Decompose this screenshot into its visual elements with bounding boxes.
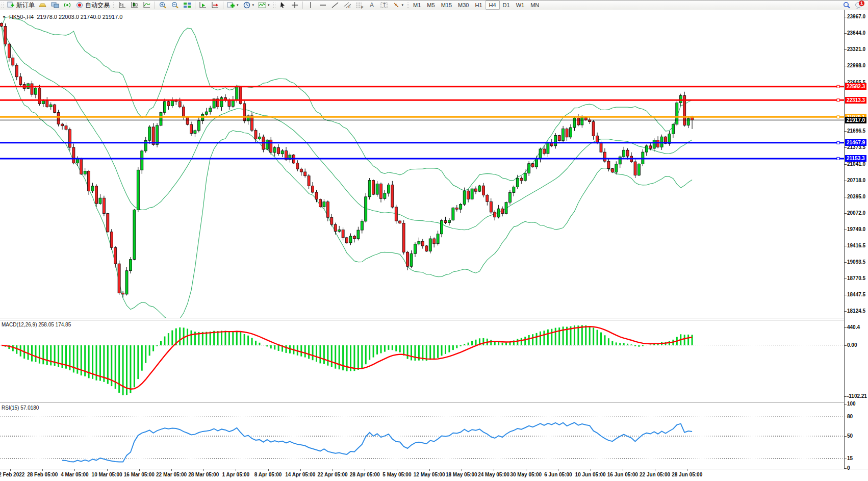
timeframe-h1-button[interactable]: H1 bbox=[472, 1, 485, 9]
equidistant-channel-button[interactable]: E bbox=[341, 1, 353, 9]
trendline-button[interactable] bbox=[329, 1, 341, 9]
periods-caret-icon[interactable]: ▾ bbox=[252, 3, 254, 7]
candle-body bbox=[687, 118, 690, 125]
toolbar-grip[interactable] bbox=[273, 2, 275, 8]
gold-ingot-button[interactable] bbox=[37, 1, 49, 9]
price-axis[interactable]: 23967.023644.023321.022998.022665.521696… bbox=[844, 10, 868, 469]
templates-button[interactable]: ▾ bbox=[256, 1, 272, 9]
candlestick-chart[interactable] bbox=[0, 10, 844, 318]
candle-body bbox=[57, 113, 60, 124]
timeframe-h4-button[interactable]: H4 bbox=[486, 1, 500, 10]
candle-body bbox=[357, 230, 360, 239]
candle-body bbox=[296, 163, 299, 169]
zoom-in-icon bbox=[159, 2, 167, 9]
price-tick: 18447.5 bbox=[847, 292, 865, 297]
candle-body bbox=[535, 159, 538, 167]
timeframe-m5-button[interactable]: M5 bbox=[424, 1, 438, 9]
crosshair-button[interactable] bbox=[289, 1, 301, 9]
price-tick: 23967.0 bbox=[847, 14, 865, 19]
support-line-2-handle[interactable] bbox=[837, 157, 839, 160]
fibonacci-button[interactable]: F bbox=[353, 1, 366, 9]
candle-body bbox=[380, 184, 382, 199]
timeframe-mn-button[interactable]: MN bbox=[527, 1, 542, 9]
signal-button[interactable] bbox=[61, 1, 73, 9]
zoom-out-button[interactable] bbox=[169, 1, 181, 9]
pivot-line-handle[interactable] bbox=[837, 116, 839, 118]
timeframe-m15-button[interactable]: M15 bbox=[438, 1, 455, 9]
periods-button[interactable]: ▾ bbox=[241, 1, 257, 9]
candle-body bbox=[197, 121, 200, 131]
auto-scroll-button[interactable] bbox=[197, 1, 209, 9]
equidistant-channel-icon: E bbox=[343, 2, 351, 9]
candle-body bbox=[342, 230, 344, 238]
zoom-in-button[interactable] bbox=[157, 1, 169, 9]
tick-mark bbox=[845, 17, 847, 17]
main-chart-panel[interactable]: ▼ HK50-,H4 21978.0 22003.0 21740.0 21917… bbox=[0, 10, 868, 318]
search-icon[interactable] bbox=[843, 2, 851, 9]
new-order-button[interactable]: 新订单 bbox=[5, 1, 37, 9]
line-chart-button[interactable] bbox=[141, 1, 153, 9]
toolbar-grip[interactable] bbox=[1, 2, 4, 8]
time-tick bbox=[655, 469, 655, 471]
cursor-button[interactable] bbox=[276, 1, 289, 9]
tick-mark bbox=[845, 295, 847, 295]
candle-body bbox=[80, 159, 83, 174]
templates-caret-icon[interactable]: ▾ bbox=[268, 3, 270, 7]
candle-body bbox=[171, 100, 173, 106]
candle-body bbox=[114, 247, 117, 264]
resistance-line-1-handle[interactable] bbox=[837, 85, 839, 88]
rsi-axis-15: 15 bbox=[847, 455, 853, 461]
time-tick bbox=[494, 469, 494, 471]
candle-body bbox=[160, 112, 162, 125]
arrows-button[interactable]: ▾ bbox=[390, 1, 406, 9]
candle-body bbox=[581, 118, 583, 125]
bar-chart-button[interactable] bbox=[116, 1, 129, 9]
resistance-line-2-handle[interactable] bbox=[837, 99, 839, 102]
candle-body bbox=[486, 195, 489, 202]
candle-body bbox=[391, 185, 394, 207]
rsi-panel[interactable]: RSI(15) 57.0180 bbox=[0, 403, 868, 469]
candle-body bbox=[679, 95, 682, 103]
candle-body bbox=[312, 186, 314, 193]
price-tick: 21696.5 bbox=[847, 128, 865, 134]
horizontal-line-button[interactable] bbox=[317, 1, 329, 9]
indicators-caret-icon[interactable]: ▾ bbox=[237, 3, 239, 7]
candle-body bbox=[467, 191, 470, 199]
horizontal-line-icon bbox=[319, 2, 327, 9]
timeframe-m1-button[interactable]: M1 bbox=[410, 1, 424, 9]
timeframe-w1-button[interactable]: W1 bbox=[513, 1, 528, 9]
candle-body bbox=[133, 210, 136, 259]
candle-body bbox=[365, 197, 367, 221]
indicators-button[interactable]: ▾ bbox=[225, 1, 241, 9]
auto-trading-button[interactable]: 自动交易 bbox=[73, 1, 112, 9]
text-button[interactable]: A bbox=[366, 1, 378, 9]
support-line-1-handle[interactable] bbox=[837, 141, 839, 144]
market-watch-button[interactable] bbox=[49, 1, 61, 9]
price-tick: 23321.0 bbox=[847, 46, 865, 52]
vertical-line-button[interactable] bbox=[304, 1, 317, 9]
toolbar-grip[interactable] bbox=[113, 2, 115, 8]
timeframe-m30-button[interactable]: M30 bbox=[455, 1, 472, 9]
tile-windows-button[interactable] bbox=[181, 1, 193, 9]
candle-body bbox=[418, 241, 420, 244]
chart-shift-button[interactable] bbox=[209, 1, 221, 9]
chevron-down-icon[interactable]: ▼ bbox=[2, 15, 6, 19]
candle-body bbox=[99, 198, 101, 204]
arrows-caret-icon[interactable]: ▾ bbox=[402, 3, 404, 7]
time-label: 10 Jun 05:00 bbox=[575, 472, 606, 477]
timeframe-d1-button[interactable]: D1 bbox=[500, 1, 513, 9]
chat-icon[interactable]: 1 bbox=[855, 2, 863, 9]
toolbar-grip[interactable] bbox=[406, 2, 409, 8]
candlestick-chart-button[interactable] bbox=[129, 1, 141, 9]
support-line-1-price-badge: 21467.9 bbox=[845, 139, 866, 146]
time-tick bbox=[558, 469, 558, 471]
candle-body bbox=[384, 193, 386, 199]
tick-mark bbox=[845, 33, 847, 34]
crosshair-icon bbox=[291, 2, 299, 9]
candle-body bbox=[65, 126, 67, 130]
text-label-button[interactable]: T bbox=[378, 1, 390, 9]
candle-body bbox=[615, 164, 618, 172]
time-axis[interactable]: 22 Feb 202228 Feb 05:004 Mar 05:0010 Mar… bbox=[0, 469, 868, 481]
candle-body bbox=[300, 169, 302, 172]
macd-panel[interactable]: MACD(12,26,9) 258.05 174.85 bbox=[0, 320, 868, 402]
